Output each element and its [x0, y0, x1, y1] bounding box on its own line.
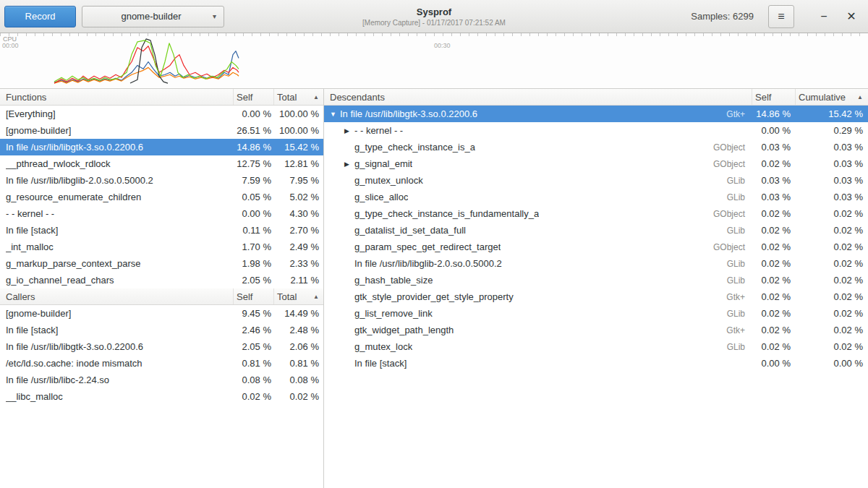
functions-rows: [Everything] 0.00 % 100.00 % [gnome-buil…: [0, 106, 323, 288]
library-tag: Gtk+: [720, 292, 752, 302]
process-selector-dropdown[interactable]: gnome-builder ▾: [82, 6, 224, 27]
menu-button[interactable]: ≡: [768, 5, 794, 28]
cumulative-percent: 0.03 %: [796, 175, 868, 186]
table-row[interactable]: g_mutex_unlock GLib 0.03 % 0.03 %: [324, 172, 868, 189]
descendants-cumulative-column-header[interactable]: Cumulative ▲: [796, 89, 868, 105]
descendants-self-column-header[interactable]: Self: [752, 89, 796, 105]
table-row[interactable]: g_type_check_instance_is_fundamentally_a…: [324, 205, 868, 222]
self-percent: 1.98 %: [234, 258, 274, 269]
library-tag: GObject: [707, 159, 752, 169]
table-row[interactable]: [gnome-builder] 9.45 % 14.49 %: [0, 305, 323, 322]
table-row[interactable]: g_mutex_lock GLib 0.02 % 0.02 %: [324, 338, 868, 355]
self-percent: 0.02 %: [752, 258, 796, 269]
self-percent: 0.11 %: [234, 225, 274, 236]
table-row[interactable]: g_list_remove_link GLib 0.02 % 0.02 %: [324, 305, 868, 322]
table-row[interactable]: In file /usr/lib/libc-2.24.so 0.08 % 0.0…: [0, 372, 323, 388]
table-row[interactable]: /etc/ld.so.cache: inode mismatch 0.81 % …: [0, 355, 323, 372]
self-percent: 2.05 %: [234, 275, 274, 286]
table-row[interactable]: - - kernel - - 0.00 % 4.30 %: [0, 205, 323, 222]
total-percent: 100.00 %: [274, 108, 323, 119]
total-percent: 2.33 %: [274, 258, 323, 269]
table-row[interactable]: In file [stack] 0.00 % 0.00 %: [324, 355, 868, 372]
cumulative-percent: 0.02 %: [796, 225, 868, 236]
right-pane-filler: [324, 372, 868, 488]
total-percent: 15.42 %: [274, 142, 323, 153]
function-name: g_markup_parse_context_parse: [6, 258, 140, 269]
table-row[interactable]: ▶ g_signal_emit GObject 0.02 % 0.03 %: [324, 155, 868, 172]
self-percent: 0.02 %: [752, 308, 796, 319]
minimize-button[interactable]: −: [814, 7, 833, 26]
tree-expander-icon[interactable]: ▶: [344, 127, 354, 134]
cumulative-percent: 0.02 %: [796, 291, 868, 302]
library-tag: GObject: [707, 142, 752, 153]
caller-name: In file /usr/lib/libc-2.24.so: [6, 374, 109, 385]
functions-self-column-header[interactable]: Self: [234, 89, 274, 105]
descendant-name: g_param_spec_get_redirect_target: [354, 241, 501, 252]
table-row[interactable]: __pthread_rwlock_rdlock 12.75 % 12.81 %: [0, 155, 323, 172]
table-row[interactable]: g_slice_alloc GLib 0.03 % 0.03 %: [324, 189, 868, 205]
self-percent: 0.02 %: [752, 291, 796, 302]
cumulative-percent: 0.03 %: [796, 158, 868, 169]
cumulative-percent: 0.02 %: [796, 308, 868, 319]
sort-arrow-icon: ▲: [313, 294, 319, 300]
descendants-column-header[interactable]: Descendants: [324, 89, 752, 105]
sort-arrow-icon: ▲: [313, 94, 319, 100]
table-row[interactable]: g_datalist_id_set_data_full GLib 0.02 % …: [324, 222, 868, 239]
table-row[interactable]: _int_malloc 1.70 % 2.49 %: [0, 239, 323, 255]
callers-column-header[interactable]: Callers: [0, 288, 234, 304]
close-button[interactable]: ✕: [842, 7, 861, 26]
table-row[interactable]: In file /usr/lib/libglib-2.0.so.0.5000.2…: [324, 255, 868, 272]
table-row[interactable]: In file /usr/lib/libgtk-3.so.0.2200.6 14…: [0, 139, 323, 155]
table-row[interactable]: g_type_check_instance_is_a GObject 0.03 …: [324, 139, 868, 155]
table-row[interactable]: ▶ - - kernel - - 0.00 % 0.29 %: [324, 122, 868, 139]
descendant-name: gtk_widget_path_length: [354, 325, 454, 335]
table-row[interactable]: [gnome-builder] 26.51 % 100.00 %: [0, 122, 323, 139]
table-row[interactable]: In file [stack] 2.46 % 2.48 %: [0, 322, 323, 338]
table-row[interactable]: ▼ In file /usr/lib/libgtk-3.so.0.2200.6 …: [324, 106, 868, 122]
table-row[interactable]: In file /usr/lib/libgtk-3.so.0.2200.6 2.…: [0, 338, 323, 355]
callers-self-column-header[interactable]: Self: [234, 288, 274, 304]
total-percent: 0.81 %: [274, 358, 323, 369]
tree-expander-icon[interactable]: ▶: [344, 160, 354, 168]
table-row[interactable]: [Everything] 0.00 % 100.00 %: [0, 106, 323, 122]
self-percent: 7.59 %: [234, 175, 274, 186]
total-percent: 2.48 %: [274, 325, 323, 335]
functions-total-column-header[interactable]: Total ▲: [274, 89, 323, 105]
right-pane: Descendants Self Cumulative ▲ ▼ In file …: [324, 89, 868, 488]
table-row[interactable]: gtk_style_provider_get_style_property Gt…: [324, 288, 868, 305]
total-percent: 2.11 %: [274, 275, 323, 286]
table-row[interactable]: In file /usr/lib/libglib-2.0.so.0.5000.2…: [0, 172, 323, 189]
table-row[interactable]: gtk_widget_path_length Gtk+ 0.02 % 0.02 …: [324, 322, 868, 338]
self-percent: 26.51 %: [234, 125, 274, 136]
cpu-timeline[interactable]: CPU 00:00 00:30: [0, 33, 868, 89]
table-row[interactable]: g_hash_table_size GLib 0.02 % 0.02 %: [324, 272, 868, 288]
sort-arrow-icon: ▲: [857, 94, 863, 100]
cumulative-percent: 0.02 %: [796, 275, 868, 286]
tree-expander-icon[interactable]: ▼: [330, 111, 340, 118]
table-row[interactable]: g_param_spec_get_redirect_target GObject…: [324, 239, 868, 255]
library-tag: Gtk+: [720, 325, 752, 335]
functions-column-header[interactable]: Functions: [0, 89, 234, 105]
total-percent: 0.02 %: [274, 391, 323, 402]
minimize-icon: −: [820, 10, 827, 23]
total-percent: 12.81 %: [274, 158, 323, 169]
callers-total-column-header[interactable]: Total ▲: [274, 288, 323, 304]
self-percent: 0.08 %: [234, 374, 274, 385]
library-tag: GLib: [721, 342, 752, 352]
descendant-name: gtk_style_provider_get_style_property: [354, 291, 514, 302]
record-button[interactable]: Record: [4, 6, 76, 27]
main-content: Functions Self Total ▲ [Everything] 0.00…: [0, 89, 868, 488]
library-tag: GObject: [707, 242, 752, 252]
self-percent: 2.05 %: [234, 341, 274, 352]
table-row[interactable]: g_resource_enumerate_children 0.05 % 5.0…: [0, 189, 323, 205]
table-row[interactable]: g_markup_parse_context_parse 1.98 % 2.33…: [0, 255, 323, 272]
callers-rows: [gnome-builder] 9.45 % 14.49 % In file […: [0, 305, 323, 405]
library-tag: GLib: [721, 176, 752, 186]
descendant-name: g_hash_table_size: [354, 275, 433, 286]
table-row[interactable]: __libc_malloc 0.02 % 0.02 %: [0, 388, 323, 405]
table-row[interactable]: g_io_channel_read_chars 2.05 % 2.11 %: [0, 272, 323, 288]
table-row[interactable]: In file [stack] 0.11 % 2.70 %: [0, 222, 323, 239]
library-tag: GLib: [721, 275, 752, 286]
descendant-name: g_slice_alloc: [354, 192, 408, 202]
cumulative-percent: 0.02 %: [796, 341, 868, 352]
